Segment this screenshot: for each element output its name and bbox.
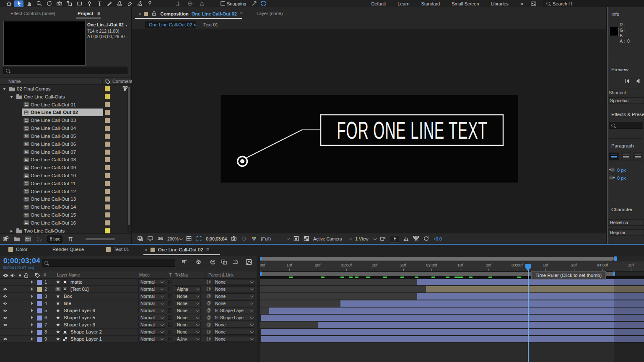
time-ruler[interactable]: 0:00f10f20f01:00f10f20f02:00f10f20f03:00…	[260, 261, 644, 272]
column-comment[interactable]: Comment	[112, 79, 132, 84]
layer-row[interactable]: 2[Text 01]NormalAlpha@None	[0, 286, 257, 293]
project-scrollbar[interactable]	[127, 86, 130, 233]
project-item[interactable]: One Line Call-Out 04	[0, 124, 131, 132]
layer-name[interactable]: Shape Layer 6	[64, 308, 95, 313]
brush-tool[interactable]	[105, 0, 114, 7]
label-chip[interactable]	[105, 204, 110, 209]
layer-row[interactable]: 3★BoxNormalNone@None	[0, 293, 257, 300]
t-switch[interactable]	[168, 280, 172, 284]
puppet-pin-tool[interactable]	[145, 0, 154, 7]
view-axis-mode-icon[interactable]	[197, 0, 206, 7]
flowchart-icon[interactable]	[413, 235, 419, 242]
project-item[interactable]: One Line Call-Out 16	[0, 219, 131, 227]
workspace-learn[interactable]: Learn	[397, 1, 409, 6]
breadcrumb-comp[interactable]: One Line Call-Out 02	[145, 21, 196, 28]
t-switch[interactable]	[168, 315, 172, 320]
layer-name[interactable]: Shape Layer 2	[70, 329, 102, 334]
project-item[interactable]: One Line Call-Out 06	[0, 140, 131, 148]
trkmat-dropdown[interactable]: None	[175, 300, 201, 306]
mini-layers-icon[interactable]	[137, 235, 143, 242]
graph-editor-icon[interactable]	[246, 259, 252, 265]
project-item[interactable]: One Line Call-Out 07	[0, 148, 131, 156]
layer-row[interactable]: 6★Shape Layer 5NormalNone@9. Shape Laye	[0, 314, 257, 321]
pickwhip-icon[interactable]: @	[206, 315, 211, 320]
tab-project[interactable]: Project	[78, 11, 93, 16]
snapping-toggle[interactable]: Snapping	[221, 1, 247, 6]
layer-label-chip[interactable]	[37, 315, 42, 321]
layer-name[interactable]: [Text 01]	[70, 287, 88, 292]
navigator-track[interactable]	[261, 257, 614, 261]
t-switch[interactable]	[168, 287, 172, 291]
eye-icon[interactable]	[3, 337, 8, 341]
composition-canvas[interactable]: FOR ONE LINE TEXT	[221, 95, 518, 182]
t-switch[interactable]	[168, 294, 172, 298]
show-snapshot-icon[interactable]	[241, 235, 247, 242]
shear-icon[interactable]	[250, 0, 259, 7]
layer-twirl-icon[interactable]	[31, 330, 33, 334]
timeline-panel-menu-icon[interactable]: ≡	[206, 247, 209, 253]
twirl-icon[interactable]	[10, 94, 15, 99]
project-item[interactable]: One Line Call-Out 11	[0, 180, 131, 187]
tab-layer[interactable]: Layer (none)	[257, 11, 283, 16]
project-item[interactable]: One Line Call-Out 15	[0, 211, 131, 219]
project-item[interactable]: One Line Call-Out 13	[0, 195, 131, 203]
layer-row[interactable]: 5★Shape Layer 6NormalNone@9. Shape Laye	[0, 307, 257, 314]
bit-depth-button[interactable]: 8 bpc	[47, 235, 62, 243]
timeline-tab-text-01[interactable]: Text 01	[106, 247, 129, 252]
snap-options-icon[interactable]	[259, 0, 268, 7]
snapshot-icon[interactable]	[231, 235, 237, 242]
layer-duration-bar[interactable]	[417, 293, 644, 300]
eye-icon[interactable]	[3, 287, 8, 292]
exposure-value[interactable]: +0.0	[433, 236, 442, 241]
layer-name[interactable]: Shape Layer 3	[64, 322, 95, 327]
parent-link-dropdown[interactable]: None	[213, 329, 255, 335]
help-search[interactable]: Search H	[543, 0, 644, 7]
layer-label-chip[interactable]	[37, 301, 42, 306]
twirl-icon[interactable]	[10, 228, 15, 233]
layer-duration-bar[interactable]	[261, 315, 644, 321]
blend-mode-dropdown[interactable]: Normal	[138, 300, 165, 306]
clone-stamp-tool[interactable]	[115, 0, 124, 7]
label-column-tag-icon[interactable]	[34, 272, 41, 279]
project-item[interactable]: One Line Call-Out 05	[0, 132, 131, 140]
motion-blur-icon[interactable]	[232, 259, 239, 265]
layer-duration-bar[interactable]	[261, 336, 644, 342]
camera-tool[interactable]	[55, 0, 64, 7]
eyes-icon[interactable]	[157, 235, 164, 242]
eye-icon[interactable]	[3, 294, 8, 299]
composition-viewport[interactable]: FOR ONE LINE TEXT	[132, 29, 606, 233]
workspace-default[interactable]: Default	[371, 1, 386, 6]
label-chip[interactable]	[105, 86, 110, 91]
project-item[interactable]: 02 Final Comps	[0, 85, 130, 93]
new-composition-icon[interactable]	[25, 236, 31, 242]
project-item[interactable]: One Line Call-Out 10	[0, 172, 131, 179]
label-chip[interactable]	[105, 118, 110, 123]
layer-row[interactable]: 1★matteNormal@None	[0, 279, 257, 286]
label-chip[interactable]	[105, 212, 110, 217]
layer-label-chip[interactable]	[37, 323, 42, 328]
column-mode[interactable]: Mode	[139, 273, 150, 277]
label-chip[interactable]	[105, 102, 110, 107]
layer-row[interactable]: 4★lineNormalNone@None	[0, 300, 257, 307]
local-axis-mode-icon[interactable]	[174, 0, 183, 7]
pickwhip-icon[interactable]: @	[206, 293, 211, 298]
eraser-tool[interactable]	[125, 0, 134, 7]
layer-row[interactable]: 9★Shape Layer 1NormalA.Inv@None	[0, 336, 257, 343]
rotate-tool[interactable]	[44, 0, 54, 7]
parent-link-dropdown[interactable]: None	[213, 293, 255, 299]
blend-mode-dropdown[interactable]: Normal	[138, 286, 165, 292]
parent-link-dropdown[interactable]: 9. Shape Laye	[213, 315, 255, 321]
layer-label-chip[interactable]	[37, 294, 42, 299]
label-chip[interactable]	[105, 228, 110, 233]
project-item[interactable]: One Line Call-Out 12	[0, 188, 131, 195]
blend-mode-dropdown[interactable]: Normal	[138, 336, 165, 342]
first-frame-icon[interactable]	[624, 78, 630, 84]
reset-exposure-icon[interactable]	[423, 235, 429, 242]
t-switch[interactable]	[168, 330, 172, 334]
camera-view-dropdown[interactable]: Active Camera	[313, 236, 351, 241]
project-flowchart-icon[interactable]	[3, 236, 9, 242]
label-chip[interactable]	[105, 189, 110, 194]
trkmat-dropdown[interactable]: Alpha	[175, 286, 201, 292]
timeline-tab-color[interactable]: Color	[8, 247, 27, 252]
parent-link-dropdown[interactable]: None	[213, 322, 255, 328]
